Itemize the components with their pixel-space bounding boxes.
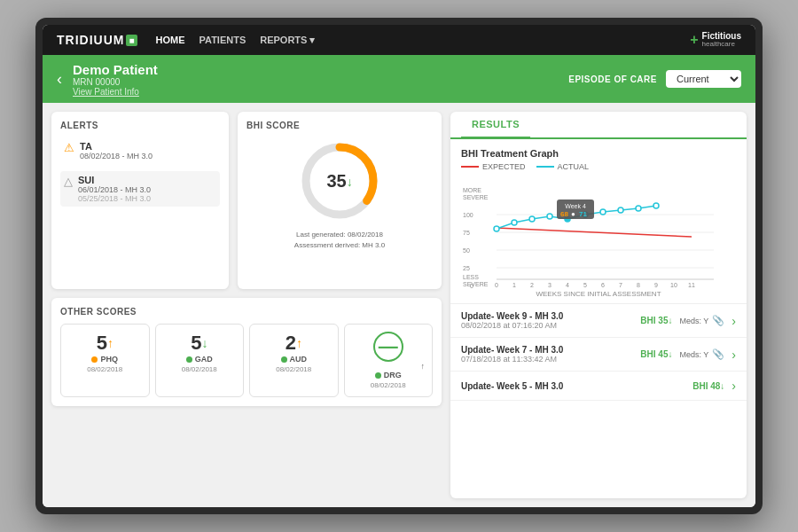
svg-text:25: 25 <box>463 265 470 271</box>
brand-name-bottom: healthcare <box>702 41 741 49</box>
aud-date: 08/02/2018 <box>255 365 332 373</box>
entry-week7[interactable]: Update- Week 7 - MH 3.0 07/18/2018 at 11… <box>450 338 747 372</box>
alerts-title: ALERTS <box>60 121 220 130</box>
score-card-gad: 5↓ GAD 08/02/2018 <box>155 324 245 397</box>
entry-title-week9: Update- Week 9 - MH 3.0 <box>461 311 640 321</box>
chart-legend: EXPECTED ACTUAL <box>461 162 736 171</box>
legend-expected: EXPECTED <box>461 162 526 171</box>
chart-area: BHI Treatment Graph EXPECTED ACTUAL <box>450 139 747 303</box>
svg-text:0: 0 <box>470 283 473 289</box>
monitor-shell: TRIDIUUM■ HOME PATIENTS REPORTS ▾ + Fict… <box>35 18 763 514</box>
entry-bhi-week5: BHI 48↓ <box>692 381 724 391</box>
drg-dash-icon: — <box>373 332 403 362</box>
main-content: ALERTS ⚠ TA 08/02/2018 - MH 3.0 △ <box>43 103 755 507</box>
svg-text:6: 6 <box>601 282 605 288</box>
gad-date: 08/02/2018 <box>161 365 239 373</box>
patient-name: Demo Patient <box>73 62 568 77</box>
svg-point-29 <box>494 226 499 231</box>
nav-patients[interactable]: PATIENTS <box>199 35 246 46</box>
svg-text:SEVERE: SEVERE <box>463 194 489 200</box>
patient-info: Demo Patient MRN 00000 View Patient Info <box>73 62 568 97</box>
monitor-screen: TRIDIUUM■ HOME PATIENTS REPORTS ▾ + Fict… <box>43 25 755 507</box>
patient-header: ‹ Demo Patient MRN 00000 View Patient In… <box>43 55 755 103</box>
phq-value: 5↑ <box>66 332 144 355</box>
svg-point-37 <box>636 206 641 211</box>
svg-point-38 <box>653 203 659 208</box>
entry-meds-week9: Meds: Y <box>679 317 708 325</box>
svg-text:10: 10 <box>670 282 677 288</box>
svg-text:2: 2 <box>530 282 534 288</box>
entry-date-week7: 07/18/2018 at 11:33:42 AM <box>461 355 640 364</box>
triangle-icon: △ <box>64 175 73 188</box>
back-button[interactable]: ‹ <box>57 70 62 89</box>
svg-point-31 <box>529 216 535 222</box>
other-scores-panel: OTHER SCORES 5↑ PHQ 08/02/2018 <box>51 298 442 406</box>
svg-text:68: 68 <box>560 210 568 218</box>
entry-date-week9: 08/02/2018 at 07:16:20 AM <box>461 321 640 330</box>
app-logo: TRIDIUUM■ <box>57 33 137 47</box>
nav-links: HOME PATIENTS REPORTS ▾ <box>155 35 690 46</box>
svg-text:3: 3 <box>548 282 552 288</box>
left-panel: ALERTS ⚠ TA 08/02/2018 - MH 3.0 △ <box>51 112 442 498</box>
gad-value: 5↓ <box>161 332 239 355</box>
nav-reports[interactable]: REPORTS ▾ <box>260 35 315 46</box>
top-navigation: TRIDIUUM■ HOME PATIENTS REPORTS ▾ + Fict… <box>43 25 755 55</box>
alert-tag-sui: SUI <box>78 175 151 185</box>
entries-list: Update- Week 9 - MH 3.0 08/02/2018 at 07… <box>450 303 747 498</box>
score-card-aud: 2↑ AUD 08/02/2018 <box>249 324 339 397</box>
clip-icon-week7: 📎 <box>712 348 724 360</box>
expected-line-icon <box>461 166 479 168</box>
alert-item-sui[interactable]: △ SUI 06/01/2018 - MH 3.0 05/25/2018 - M… <box>60 171 220 207</box>
entry-title-week5: Update- Week 5 - MH 3.0 <box>461 381 692 391</box>
view-patient-info-link[interactable]: View Patient Info <box>73 87 568 97</box>
entry-bhi-week9: BHI 35↓ <box>640 316 672 325</box>
episode-select[interactable]: Current <box>666 70 741 88</box>
entry-info-week5: Update- Week 5 - MH 3.0 <box>461 381 692 391</box>
svg-point-36 <box>618 207 623 213</box>
chart-svg-wrapper: MORE SEVERE 100 75 50 25 LESS SEVERE 0 <box>461 175 736 298</box>
results-tab[interactable]: RESULTS <box>461 112 530 139</box>
svg-text:●: ● <box>571 210 575 218</box>
chevron-right-icon-week9[interactable]: › <box>732 314 736 328</box>
svg-text:0: 0 <box>495 282 498 288</box>
gad-label: GAD <box>161 355 239 364</box>
entry-week9[interactable]: Update- Week 9 - MH 3.0 08/02/2018 at 07… <box>450 304 747 338</box>
bhi-donut-chart: 35↓ <box>300 141 379 221</box>
entry-info-week7: Update- Week 7 - MH 3.0 07/18/2018 at 11… <box>461 345 640 364</box>
svg-text:50: 50 <box>463 247 470 254</box>
phq-label: PHQ <box>66 355 144 364</box>
bhi-title: BHI SCORE <box>246 121 300 130</box>
clip-icon-week9: 📎 <box>712 315 724 326</box>
entry-meds-week7: Meds: Y <box>679 350 708 359</box>
episode-of-care: EPISODE OF CARE Current <box>568 70 741 88</box>
entry-title-week7: Update- Week 7 - MH 3.0 <box>461 345 640 355</box>
svg-text:100: 100 <box>463 212 473 218</box>
entry-week5[interactable]: Update- Week 5 - MH 3.0 BHI 48↓ › <box>450 372 747 401</box>
results-body: BHI Treatment Graph EXPECTED ACTUAL <box>450 139 747 498</box>
svg-point-30 <box>512 220 517 225</box>
brand-plus-icon: + <box>690 32 698 48</box>
alerts-panel: ALERTS ⚠ TA 08/02/2018 - MH 3.0 △ <box>51 112 229 289</box>
score-card-phq: 5↑ PHQ 08/02/2018 <box>60 324 150 397</box>
svg-text:9: 9 <box>654 282 658 288</box>
chevron-right-icon-week7[interactable]: › <box>732 348 736 362</box>
drg-date: 08/02/2018 <box>350 381 427 389</box>
svg-text:11: 11 <box>688 282 695 288</box>
alert-tag-ta: TA <box>80 141 153 152</box>
svg-text:7: 7 <box>619 282 622 288</box>
svg-text:LESS: LESS <box>463 274 479 280</box>
brand-logo: + Fictitious healthcare <box>690 31 741 49</box>
score-card-drg: — ↑ DRG 08/02/2018 <box>344 324 434 397</box>
svg-text:71: 71 <box>579 210 587 218</box>
alert-dates-sui: 06/01/2018 - MH 3.0 05/25/2018 - MH 3.0 <box>78 185 151 203</box>
chevron-right-icon-week5[interactable]: › <box>732 379 736 393</box>
chart-title: BHI Treatment Graph <box>461 148 736 159</box>
nav-home[interactable]: HOME <box>155 35 184 46</box>
alert-item-ta[interactable]: ⚠ TA 08/02/2018 - MH 3.0 <box>60 137 220 164</box>
results-tabs: RESULTS <box>450 112 747 139</box>
warning-icon: ⚠ <box>64 141 74 154</box>
svg-text:MORE: MORE <box>463 187 481 193</box>
svg-text:Week 4: Week 4 <box>565 203 586 209</box>
svg-point-32 <box>547 214 552 219</box>
svg-text:4: 4 <box>566 282 569 288</box>
